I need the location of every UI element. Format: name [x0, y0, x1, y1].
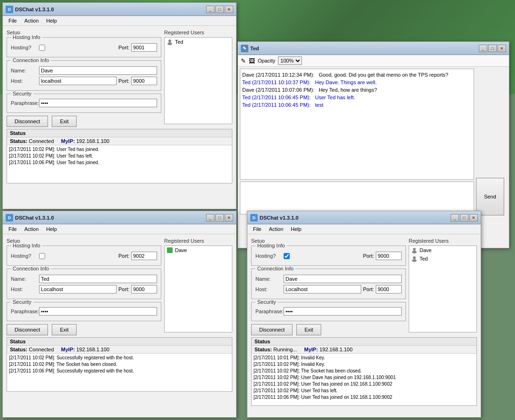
chat-msg-2: Ted (2/17/2011 10:10:37 PM): Hey Dave. T… [242, 79, 472, 86]
host-conn-port-input[interactable] [376, 285, 402, 293]
host-setup-right: Registered Users Dave Ted [409, 238, 477, 335]
ted-host-input[interactable] [39, 285, 117, 293]
host-security-legend: Security [255, 299, 278, 305]
ted-log-line-3: [2/17/2011 10:06 PM]: Successfully regis… [9, 368, 230, 374]
host-host-input[interactable] [284, 285, 361, 293]
ted-main-title: DSChat v1.3.1.0 [15, 215, 206, 221]
setup-right: Registered Users Ted [164, 30, 232, 127]
host-main-titlebar[interactable]: D DSChat v1.3.1.0 _ □ ✕ [247, 211, 481, 224]
hosting-info-box: Hosting Info Hosting? Port: [7, 37, 161, 57]
svg-point-0 [168, 40, 171, 42]
host-minimize-button[interactable]: _ [451, 214, 459, 222]
host-disconnect-button[interactable]: Disconnect [251, 324, 293, 335]
dave-main-titlebar[interactable]: D DSChat v1.3.1.0 _ □ ✕ [3, 3, 236, 16]
chat-main-area: Dave (2/17/2011 10:12:34 PM): Good, good… [238, 67, 476, 217]
ted-app-icon: D [6, 214, 13, 222]
hosting-row: Hosting? Port: [11, 43, 157, 52]
menu-file[interactable]: File [5, 17, 21, 24]
paraphrase-label: Paraphrase: [11, 100, 39, 106]
host-menu-action[interactable]: Action [265, 225, 287, 233]
ted-minimize-button[interactable]: _ [206, 214, 214, 222]
close-button[interactable]: ✕ [225, 6, 233, 13]
host-maximize-button[interactable]: □ [460, 214, 468, 222]
log-line-1: [2/17/2011 10:02 PM]: User Ted has joine… [9, 146, 230, 153]
hosting-checkbox[interactable] [39, 45, 45, 51]
host-hosting-info-legend: Hosting Info [255, 243, 287, 248]
setup-left: Setup Hosting Info Hosting? Port: Connec… [7, 30, 161, 127]
msg2-text: Hey Dave. Things are well. [315, 79, 377, 85]
host-close-button[interactable]: ✕ [469, 214, 478, 222]
host-hosting-port-input[interactable] [376, 252, 402, 260]
conn-port-input[interactable] [131, 77, 157, 85]
chat-close-button[interactable]: ✕ [498, 45, 506, 52]
chat-input[interactable] [240, 182, 474, 214]
paraphrase-row: Paraphrase: [11, 99, 157, 107]
opacity-select[interactable]: 100% 90% 80% [278, 56, 302, 65]
chat-ted-title: Ted [250, 46, 479, 51]
exit-button[interactable]: Exit [52, 116, 76, 127]
hosting-label: Hosting? [11, 45, 39, 50]
ted-maximize-button[interactable]: □ [215, 214, 224, 222]
host-hosting-label: Hosting? [255, 253, 284, 259]
host-status-section: Status Status: Running... MyIP: 192.168.… [251, 337, 477, 406]
msg1-text: Good, good. Did you get that memo on the… [319, 72, 449, 78]
ted-conn-port-input[interactable] [131, 285, 157, 293]
host-paraphrase-input[interactable] [284, 307, 402, 316]
reg-users-panel: Ted [164, 37, 232, 124]
user-ted-name: Ted [175, 39, 183, 45]
menu-action[interactable]: Action [21, 17, 43, 24]
host-hosting-checkbox[interactable] [284, 253, 290, 259]
setup-area: Setup Hosting Info Hosting? Port: Connec… [7, 30, 232, 127]
ted-name-input[interactable] [39, 275, 157, 283]
hosting-port-input[interactable] [131, 43, 157, 52]
minimize-button[interactable]: _ [206, 6, 214, 13]
host-log-line-1: [2/17/2011 10:01 PM]: Invalid Key. [254, 355, 475, 361]
host-menu-help[interactable]: Help [287, 225, 305, 233]
ted-port-label: Port: [119, 253, 129, 259]
host-app-icon: D [250, 214, 258, 222]
chat-ted-titlebar[interactable]: ✎ Ted _ □ ✕ [238, 42, 509, 55]
connection-info-box: Connection Info Name: Host: Port: [7, 60, 161, 91]
host-user-dave-name: Dave [420, 247, 432, 253]
ted-user-dave-name: Dave [175, 247, 187, 253]
ted-user-dave-icon [166, 247, 173, 254]
ted-exit-button[interactable]: Exit [52, 324, 76, 335]
host-name-label: Name: [255, 276, 284, 282]
menu-help[interactable]: Help [42, 17, 61, 24]
opacity-label: Opacity [258, 58, 275, 63]
ted-hosting-port-input[interactable] [131, 252, 157, 260]
chat-minimize-button[interactable]: _ [479, 45, 487, 52]
ted-myip-value: 192.168.1.100 [76, 347, 109, 352]
send-button[interactable]: Send [476, 178, 504, 215]
ted-menu-file[interactable]: File [5, 225, 21, 233]
ted-hosting-info-box: Hosting Info Hosting? Port: [7, 246, 161, 266]
maximize-button[interactable]: □ [215, 6, 224, 13]
host-myip-value: 192.168.1.100 [319, 347, 352, 352]
host-reg-users-label: Registered Users [409, 238, 477, 244]
host-name-input[interactable] [284, 275, 402, 283]
host-log-line-5: [2/17/2011 10:02 PM]: User Ted has joine… [254, 381, 475, 388]
chat-maximize-button[interactable]: □ [488, 45, 497, 52]
ted-connection-info-legend: Connection Info [11, 266, 51, 271]
msg5-sender: Ted (2/17/2011 10:06:45 PM): [242, 102, 311, 108]
ted-menu-help[interactable]: Help [42, 225, 61, 233]
ted-menu-action[interactable]: Action [21, 225, 43, 233]
name-input[interactable] [39, 66, 157, 75]
ted-paraphrase-input[interactable] [39, 307, 157, 316]
host-log-line-6: [2/17/2011 10:02 PM]: User Ted has left. [254, 388, 475, 394]
disconnect-button[interactable]: Disconnect [7, 116, 48, 127]
ted-disconnect-button[interactable]: Disconnect [7, 324, 48, 335]
host-label: Host: [11, 78, 39, 84]
pencil-icon: ✎ [241, 57, 246, 64]
host-input[interactable] [39, 77, 117, 85]
myip-value: 192.168.1.100 [76, 138, 109, 144]
ted-close-button[interactable]: ✕ [225, 214, 233, 222]
host-log-line-4: [2/17/2011 10:02 PM]: User Dave has join… [254, 374, 475, 381]
name-label: Name: [11, 68, 39, 73]
host-row: Host: Port: [11, 77, 157, 85]
host-menu-file[interactable]: File [249, 225, 265, 233]
host-exit-button[interactable]: Exit [296, 324, 321, 335]
ted-main-titlebar[interactable]: D DSChat v1.3.1.0 _ □ ✕ [3, 211, 236, 224]
ted-hosting-checkbox[interactable] [39, 253, 45, 259]
paraphrase-input[interactable] [39, 99, 157, 107]
